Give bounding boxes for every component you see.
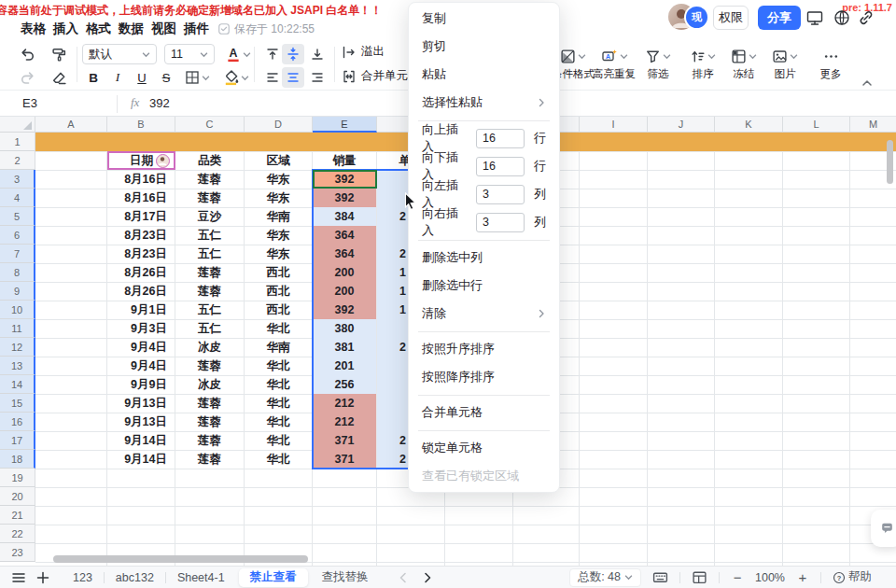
cell-D16[interactable]: 华北 bbox=[245, 413, 312, 431]
cell-C3[interactable]: 莲蓉 bbox=[175, 170, 244, 189]
freeze-button[interactable]: 冻结 bbox=[721, 43, 766, 86]
add-sheet-icon[interactable] bbox=[35, 570, 50, 585]
shortcuts-keyboard-icon[interactable] bbox=[652, 569, 668, 585]
row-header-12[interactable]: 12 bbox=[0, 338, 35, 357]
column-header-B[interactable]: B bbox=[107, 117, 175, 133]
insert-above-count-input[interactable] bbox=[476, 129, 525, 148]
menubar-item-1[interactable]: 插入 bbox=[53, 21, 78, 37]
cell-D13[interactable]: 华北 bbox=[245, 357, 312, 375]
cell-B4[interactable]: 8月16日 bbox=[107, 189, 175, 207]
help-button[interactable]: ? 帮助 bbox=[833, 569, 872, 585]
row-header-15[interactable]: 15 bbox=[0, 394, 35, 413]
cell-D18[interactable]: 华北 bbox=[245, 450, 312, 469]
column-header-I[interactable]: I bbox=[580, 117, 648, 133]
valign-middle-button[interactable] bbox=[282, 44, 304, 64]
cell-B13[interactable]: 9月4日 bbox=[107, 357, 175, 375]
cell-E6[interactable]: 364 bbox=[313, 226, 376, 245]
row-header-21[interactable]: 21 bbox=[0, 506, 35, 525]
sheet-tab-sheet-4-1[interactable]: Sheet4-1 bbox=[166, 568, 236, 587]
font-size-select[interactable]: 11 bbox=[164, 44, 215, 64]
halign-left-button[interactable] bbox=[261, 67, 284, 88]
cell-B17[interactable]: 9月14日 bbox=[107, 431, 175, 450]
cell-C14[interactable]: 冰皮 bbox=[175, 375, 244, 394]
globe-icon[interactable] bbox=[833, 9, 850, 26]
cell-C8[interactable]: 莲蓉 bbox=[175, 263, 244, 282]
row-header-16[interactable]: 16 bbox=[0, 413, 35, 431]
row-header-8[interactable]: 8 bbox=[0, 263, 35, 282]
zoom-in-button[interactable]: + bbox=[796, 569, 809, 585]
name-box[interactable]: E3 bbox=[22, 96, 37, 110]
cell-D10[interactable]: 西北 bbox=[245, 301, 312, 319]
menu-item-cut[interactable]: 剪切 bbox=[409, 33, 559, 61]
redo-button[interactable] bbox=[16, 67, 38, 88]
cell-B3[interactable]: 8月16日 bbox=[107, 170, 175, 189]
insert-left-count-input[interactable] bbox=[476, 185, 525, 204]
font-color-button[interactable]: A bbox=[222, 44, 245, 64]
cell-D6[interactable]: 华东 bbox=[245, 226, 312, 245]
cell-E7[interactable]: 364 bbox=[313, 245, 376, 263]
cell-C12[interactable]: 冰皮 bbox=[175, 338, 244, 357]
menu-item-sort-ascending[interactable]: 按照升序排序 bbox=[409, 335, 559, 363]
chat-float-button[interactable] bbox=[871, 510, 896, 547]
fill-color-button[interactable] bbox=[220, 67, 243, 88]
cell-B14[interactable]: 9月9日 bbox=[107, 375, 175, 394]
stats-dropdown[interactable]: 总数: 48 bbox=[569, 568, 641, 587]
column-header-L[interactable]: L bbox=[783, 117, 850, 133]
row-header-9[interactable]: 9 bbox=[0, 282, 35, 301]
menubar-item-0[interactable]: 表格 bbox=[21, 21, 46, 37]
cell-E17[interactable]: 371 bbox=[313, 431, 376, 450]
select-all-corner[interactable] bbox=[0, 117, 35, 133]
row-header-13[interactable]: 13 bbox=[0, 357, 35, 375]
grid-view-icon[interactable] bbox=[692, 569, 707, 585]
cell-B8[interactable]: 8月26日 bbox=[107, 263, 175, 282]
row-header-11[interactable]: 11 bbox=[0, 319, 35, 338]
cell-B12[interactable]: 9月4日 bbox=[107, 338, 175, 357]
cell-C17[interactable]: 莲蓉 bbox=[175, 431, 244, 450]
cell-C11[interactable]: 五仁 bbox=[175, 319, 244, 338]
cell-E8[interactable]: 200 bbox=[313, 263, 376, 282]
menu-item-lock-cells[interactable]: 锁定单元格 bbox=[409, 434, 559, 462]
cell-D11[interactable]: 华北 bbox=[245, 319, 312, 338]
insert-below-count-input[interactable] bbox=[476, 157, 525, 176]
row-header-14[interactable]: 14 bbox=[0, 375, 35, 394]
menu-item-clear[interactable]: 清除 bbox=[409, 300, 559, 328]
column-header-D[interactable]: D bbox=[245, 117, 313, 133]
cell-D7[interactable]: 华东 bbox=[245, 245, 312, 263]
cell-C7[interactable]: 五仁 bbox=[175, 245, 244, 263]
sheet-tab-sheet-forbidden[interactable]: 禁止查看 bbox=[239, 568, 308, 587]
borders-button[interactable] bbox=[181, 67, 203, 88]
cell-B9[interactable]: 8月26日 bbox=[107, 282, 175, 301]
valign-bottom-button[interactable] bbox=[306, 44, 329, 64]
image-button[interactable]: 图片 bbox=[763, 43, 807, 86]
cell-E9[interactable]: 200 bbox=[313, 282, 376, 301]
collapse-toolbar-icon[interactable] bbox=[861, 77, 874, 90]
cell-C18[interactable]: 莲蓉 bbox=[175, 450, 244, 469]
row-header-6[interactable]: 6 bbox=[0, 226, 35, 245]
zoom-level[interactable]: 100% bbox=[755, 571, 785, 584]
zoom-out-button[interactable]: − bbox=[731, 569, 744, 585]
cell-C6[interactable]: 五仁 bbox=[175, 226, 244, 245]
menu-item-sort-descending[interactable]: 按照降序排序 bbox=[409, 363, 559, 391]
cell-C2[interactable]: 品类 bbox=[175, 151, 244, 170]
row-header-18[interactable]: 18 bbox=[0, 450, 35, 469]
cell-B2[interactable]: 日期 bbox=[107, 151, 175, 170]
cell-B10[interactable]: 9月1日 bbox=[107, 301, 175, 319]
cell-E14[interactable]: 256 bbox=[313, 375, 376, 394]
menu-item-insert-above[interactable]: 向上插入行 bbox=[409, 124, 559, 152]
cell-D2[interactable]: 区域 bbox=[245, 151, 312, 170]
cell-D9[interactable]: 西北 bbox=[245, 282, 312, 301]
permission-button[interactable]: 权限 bbox=[713, 6, 749, 30]
underline-button[interactable]: U bbox=[131, 67, 153, 88]
row-header-3[interactable]: 3 bbox=[0, 170, 35, 189]
copy-link-icon[interactable] bbox=[858, 9, 875, 26]
row-header-2[interactable]: 2 bbox=[0, 151, 35, 170]
cell-B16[interactable]: 9月13日 bbox=[107, 413, 175, 431]
cell-D17[interactable]: 华北 bbox=[245, 431, 312, 450]
row-header-17[interactable]: 17 bbox=[0, 431, 35, 450]
horizontal-scrollbar[interactable] bbox=[53, 555, 308, 563]
cell-E11[interactable]: 380 bbox=[313, 319, 376, 338]
format-painter-button[interactable] bbox=[48, 44, 70, 64]
cell-E18[interactable]: 371 bbox=[313, 450, 376, 469]
font-family-select[interactable]: 默认 bbox=[82, 44, 157, 64]
row-header-20[interactable]: 20 bbox=[0, 487, 35, 506]
